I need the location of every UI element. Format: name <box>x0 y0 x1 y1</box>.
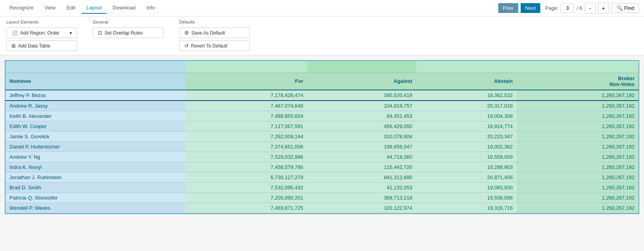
region-icon: ⬜ <box>11 30 18 36</box>
header-empty-top <box>6 61 185 73</box>
for-cell: 7,117,067,591 <box>185 121 307 131</box>
overlap-icon: ⊡ <box>98 30 102 36</box>
menu-info[interactable]: Info <box>142 2 160 14</box>
abstain-cell: 20,871,456 <box>416 172 517 182</box>
abstain-cell: 18,508,096 <box>416 192 517 203</box>
header-row-labels: Nominee For Against Abstain BrokerNon-Vo… <box>6 73 638 90</box>
layout-buttons: ⬜ Add Region: Order ▾ ⊞ Add Data Table <box>6 27 77 51</box>
nominee-cell: Jamie S. Gorelick <box>6 131 185 141</box>
nominee-cell: Jeffrey P. Bezos <box>6 90 185 101</box>
menu-view[interactable]: View <box>40 2 60 14</box>
for-cell: 7,467,074,640 <box>185 101 307 111</box>
against-cell: 104,919,757 <box>307 101 416 111</box>
layout-elements-label: Layout Elements <box>6 20 77 24</box>
table-row: Andrew Y. Ng7,529,032,99644,719,36018,55… <box>6 152 638 162</box>
abstain-cell: 20,317,018 <box>416 101 517 111</box>
broker-cell: 1,260,267,192 <box>517 182 638 192</box>
against-cell: 310,078,904 <box>307 131 416 141</box>
menu-edit[interactable]: Edit <box>62 2 80 14</box>
broker-cell: 1,260,267,192 <box>517 141 638 152</box>
find-button[interactable]: 🔍 Find <box>611 3 639 13</box>
table-row: Brad D. Smith7,532,095,43241,132,05319,0… <box>6 182 638 192</box>
for-cell: 7,529,032,996 <box>185 152 307 162</box>
menu-layout[interactable]: Layout <box>82 2 106 14</box>
broker-cell: 1,260,267,192 <box>517 172 638 182</box>
for-cell: 7,488,855,654 <box>185 111 307 121</box>
broker-cell: 1,260,267,192 <box>517 121 638 131</box>
page-input[interactable] <box>561 4 574 13</box>
abstain-cell: 18,559,059 <box>416 152 517 162</box>
header-abstain-top <box>416 61 517 73</box>
broker-cell: 1,260,267,192 <box>517 101 638 111</box>
nominee-cell: Indra K. Nooyi <box>6 162 185 172</box>
nominee-cell: Jonathan J. Rubinstein <box>6 172 185 182</box>
save-default-button[interactable]: ⚙ Save As Default <box>179 27 250 38</box>
for-cell: 7,178,428,474 <box>185 90 307 101</box>
for-cell: 7,458,579,786 <box>185 162 307 172</box>
abstain-cell: 18,362,522 <box>416 90 517 101</box>
table-row: Wendell P. Weeks7,469,871,725103,122,974… <box>6 203 638 213</box>
against-cell: 103,122,974 <box>307 203 416 213</box>
general-buttons: ⊡ Set Overlap Rules <box>93 27 163 38</box>
against-cell: 44,719,360 <box>307 152 416 162</box>
table-row: Keith B. Alexander7,488,855,65484,451,45… <box>6 111 638 121</box>
nominee-cell: Wendell P. Weeks <box>6 203 185 213</box>
general-group: General ⊡ Set Overlap Rules <box>93 20 163 51</box>
for-cell: 7,469,871,725 <box>185 203 307 213</box>
broker-cell: 1,260,267,192 <box>517 90 638 101</box>
abstain-cell: 20,223,347 <box>416 131 517 141</box>
zoom-out-button[interactable]: - <box>585 3 596 14</box>
nominee-cell: Andrew Y. Ng <box>6 152 185 162</box>
zoom-in-button[interactable]: + <box>598 3 609 14</box>
against-cell: 198,658,047 <box>307 141 416 152</box>
header-for-top <box>185 61 307 73</box>
broker-cell: 1,260,267,192 <box>517 162 638 172</box>
for-cell: 7,532,095,432 <box>185 182 307 192</box>
table-body: Jeffrey P. Bezos7,178,428,474395,520,419… <box>6 90 638 213</box>
table-row: Patricia Q. Stonesifer7,205,090,201368,7… <box>6 192 638 203</box>
table-row: Jonathan J. Rubinstein6,730,127,279841,3… <box>6 172 638 182</box>
for-cell: 7,205,090,201 <box>185 192 307 203</box>
nominee-cell: Patricia Q. Stonesifer <box>6 192 185 203</box>
revert-default-button[interactable]: ↺ Revert To Default <box>179 40 250 51</box>
menu-download[interactable]: Download <box>108 2 140 14</box>
header-against-top <box>307 61 416 73</box>
against-cell: 841,312,680 <box>307 172 416 182</box>
table-container: Nominee For Against Abstain BrokerNon-Vo… <box>5 60 639 214</box>
header-abstain: Abstain <box>416 73 517 90</box>
against-cell: 456,429,050 <box>307 121 416 131</box>
table-row: Jamie S. Gorelick7,262,009,164310,078,90… <box>6 131 638 141</box>
table-row: Indra K. Nooyi7,458,579,786115,442,72618… <box>6 162 638 172</box>
page-total: / 6 <box>576 5 582 11</box>
against-cell: 115,442,726 <box>307 162 416 172</box>
nominee-cell: Andrew R. Jassy <box>6 101 185 111</box>
abstain-cell: 19,316,716 <box>416 203 517 213</box>
header-nominee: Nominee <box>6 73 185 90</box>
next-button[interactable]: Next <box>521 3 541 13</box>
header-for: For <box>185 73 307 90</box>
save-icon: ⚙ <box>184 30 189 36</box>
abstain-cell: 19,002,362 <box>416 141 517 152</box>
revert-icon: ↺ <box>184 43 189 49</box>
against-cell: 395,520,419 <box>307 90 416 101</box>
abstain-cell: 18,814,774 <box>416 121 517 131</box>
abstain-cell: 19,004,308 <box>416 111 517 121</box>
data-table: Nominee For Against Abstain BrokerNon-Vo… <box>6 61 638 213</box>
header-broker: BrokerNon-Votes <box>517 73 638 90</box>
broker-cell: 1,260,267,192 <box>517 152 638 162</box>
prev-button[interactable]: Prev <box>498 3 518 13</box>
page-label: Page: <box>545 5 558 11</box>
set-overlap-button[interactable]: ⊡ Set Overlap Rules <box>93 27 163 38</box>
against-cell: 41,132,053 <box>307 182 416 192</box>
add-data-table-button[interactable]: ⊞ Add Data Table <box>6 40 77 51</box>
defaults-label: Defaults <box>179 20 250 24</box>
layout-elements-group: Layout Elements ⬜ Add Region: Order ▾ ⊞ … <box>6 20 77 51</box>
against-cell: 84,451,453 <box>307 111 416 121</box>
add-region-button[interactable]: ⬜ Add Region: Order ▾ <box>6 27 77 38</box>
nominee-cell: Daniel P. Huttenlocher <box>6 141 185 152</box>
for-cell: 7,374,651,006 <box>185 141 307 152</box>
broker-cell: 1,260,267,192 <box>517 131 638 141</box>
menu-recognize[interactable]: Recognize <box>5 2 38 14</box>
header-broker-top <box>517 61 638 73</box>
abstain-cell: 19,083,930 <box>416 182 517 192</box>
